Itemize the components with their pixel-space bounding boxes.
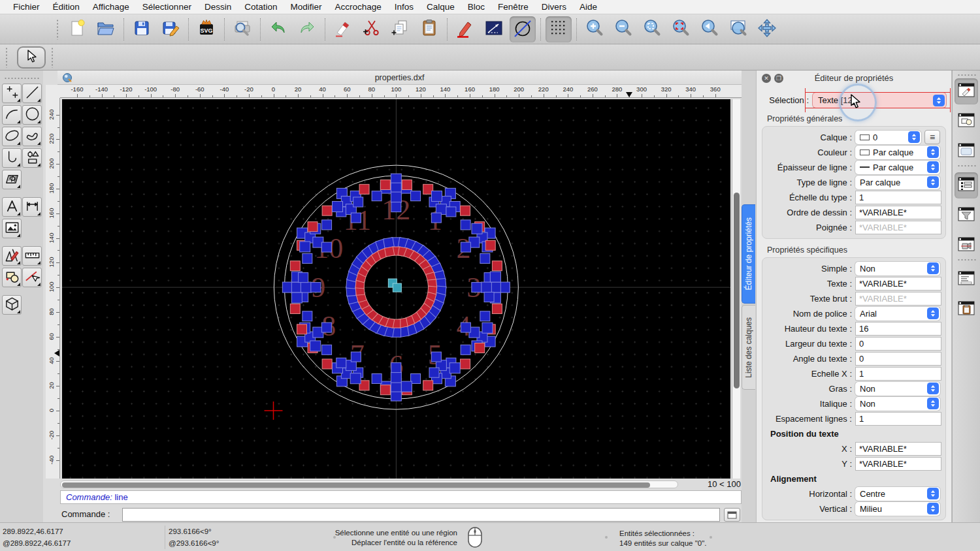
hatch-tool-button[interactable] — [2, 170, 22, 189]
zoom-out-button[interactable] — [610, 16, 636, 42]
clipboard-panel-toggle[interactable] — [955, 296, 978, 323]
menu-modifier[interactable]: Modifier — [284, 0, 328, 14]
measure-tool-button[interactable] — [22, 246, 42, 266]
menu-edition[interactable]: Édition — [46, 0, 86, 14]
property-editor-panel-toggle[interactable] — [955, 78, 978, 104]
strip-drag-handle[interactable] — [957, 74, 977, 76]
zoom-in-button[interactable] — [581, 16, 608, 42]
espacement-lignes-input[interactable] — [855, 412, 941, 426]
points-tool-button[interactable] — [2, 84, 22, 103]
cut-button[interactable] — [359, 16, 385, 42]
open-file-button[interactable] — [93, 16, 119, 42]
ellipse-tool-button[interactable] — [2, 127, 22, 146]
grid-toggle-button[interactable] — [546, 16, 572, 42]
arc-tool-button[interactable] — [2, 105, 22, 125]
selection-dropdown[interactable]: Texte [12] — [813, 93, 946, 108]
x-input[interactable] — [855, 442, 941, 456]
drawing-canvas[interactable]: 121234567891011 — [62, 99, 730, 479]
polyline-tool-button[interactable] — [2, 148, 22, 168]
menu-cotation[interactable]: Cotation — [238, 0, 284, 14]
selection-filter-panel-toggle[interactable] — [955, 202, 978, 228]
italique-dropdown[interactable]: Non — [855, 397, 940, 411]
menu-fichier[interactable]: Fichier — [7, 0, 46, 14]
tab-liste-des-calques[interactable]: Liste des calques — [742, 305, 755, 390]
zoom-selection-button[interactable] — [668, 16, 694, 42]
type-de-ligne-dropdown[interactable]: Par calque — [855, 176, 940, 189]
horizontal-dropdown[interactable]: Centre — [855, 487, 940, 501]
library-browser-panel-toggle[interactable] — [955, 232, 978, 259]
export-svg-button[interactable]: SVG — [193, 16, 220, 42]
hauteur-du-texte-input[interactable] — [855, 322, 941, 336]
detach-panel-icon[interactable]: ❐ — [774, 74, 783, 83]
menu-selectionner[interactable]: Sélectionner — [136, 0, 198, 14]
select-tool-button[interactable] — [22, 268, 42, 287]
close-icon[interactable]: ✕ — [762, 74, 771, 83]
menu-aide[interactable]: Aide — [573, 0, 604, 14]
redo-button[interactable] — [294, 16, 320, 42]
command-line-panel-toggle[interactable] — [955, 266, 978, 292]
gras-dropdown[interactable]: Non — [855, 382, 940, 396]
save-button[interactable] — [129, 16, 155, 42]
solid-tool-button[interactable] — [2, 295, 22, 315]
menu-divers[interactable]: Divers — [535, 0, 573, 14]
selection-arrow-button[interactable] — [17, 46, 46, 69]
print-preview-button[interactable] — [229, 16, 255, 42]
paste-button[interactable] — [416, 16, 442, 42]
save-as-button[interactable] — [157, 16, 184, 42]
undo-button[interactable] — [265, 16, 291, 42]
ordre-de-dessin-input[interactable] — [855, 206, 941, 219]
toolbar-drag-handle[interactable] — [5, 47, 8, 68]
menu-fenetre[interactable]: Fenêtre — [491, 0, 535, 14]
angle-du-texte-input[interactable] — [855, 352, 941, 366]
image-tool-button[interactable] — [2, 219, 22, 238]
preview-panel-toggle[interactable] — [955, 138, 978, 165]
menu-calque[interactable]: Calque — [420, 0, 461, 14]
echelle-du-type-input[interactable] — [855, 191, 941, 204]
block-tool-button[interactable] — [2, 268, 22, 287]
vertical-dropdown[interactable]: Milieu — [855, 502, 940, 516]
zoom-window-button[interactable] — [725, 16, 751, 42]
vertical-scroll-thumb[interactable] — [734, 193, 740, 388]
simple-dropdown[interactable]: Non — [855, 262, 940, 276]
draw-pencil-button[interactable] — [452, 16, 478, 42]
largeur-du-texte-input[interactable] — [855, 337, 941, 351]
command-options-button[interactable] — [724, 508, 740, 522]
pan-button[interactable] — [754, 16, 780, 42]
epaisseur-de-ligne-dropdown[interactable]: Par calque — [855, 161, 940, 174]
menu-affichage[interactable]: Affichage — [86, 0, 136, 14]
echelle-x-input[interactable] — [855, 367, 941, 381]
line-angle-button[interactable] — [481, 16, 507, 42]
copy-button[interactable] — [387, 16, 414, 42]
nom-de-police-dropdown[interactable]: Arial — [855, 307, 940, 321]
menu-accrochage[interactable]: Accrochage — [328, 0, 387, 14]
shapes-tool-button[interactable] — [22, 148, 42, 168]
circle-tool-button[interactable] — [22, 105, 42, 125]
layer-menu-button[interactable]: ≡ — [924, 130, 940, 144]
menu-dessin[interactable]: Dessin — [198, 0, 238, 14]
couleur-dropdown[interactable]: Par calque — [855, 146, 940, 159]
command-input[interactable] — [122, 508, 720, 522]
construction-circle-button[interactable] — [510, 16, 536, 42]
delete-button[interactable] — [330, 16, 356, 42]
menu-bloc[interactable]: Bloc — [461, 0, 491, 14]
menu-infos[interactable]: Infos — [388, 0, 420, 14]
calque-dropdown[interactable]: 0 — [855, 131, 921, 144]
toolbar-drag-handle[interactable] — [51, 47, 54, 68]
toolbar-drag-handle[interactable] — [56, 19, 59, 40]
zoom-previous-button[interactable] — [696, 16, 723, 42]
zoom-auto-button[interactable] — [639, 16, 665, 42]
document-titlebar[interactable]: properties.dxf — [57, 71, 742, 85]
horizontal-scrollbar[interactable] — [60, 480, 678, 488]
dimension-tool-button[interactable] — [22, 197, 42, 217]
modify-tool-button[interactable] — [2, 246, 22, 266]
tab-editeur-de-proprietes[interactable]: Éditeur de propriétés — [742, 204, 755, 304]
line-tool-button[interactable] — [22, 84, 42, 103]
y-input[interactable] — [855, 457, 941, 471]
vertical-scrollbar[interactable] — [732, 99, 740, 479]
spline-tool-button[interactable] — [22, 127, 42, 146]
new-file-button[interactable] — [64, 16, 90, 42]
palette-drag-handle[interactable] — [4, 77, 39, 80]
text-tool-button[interactable] — [2, 197, 22, 217]
horizontal-scroll-thumb[interactable] — [62, 482, 650, 488]
layer-list-panel-toggle[interactable] — [955, 172, 978, 198]
